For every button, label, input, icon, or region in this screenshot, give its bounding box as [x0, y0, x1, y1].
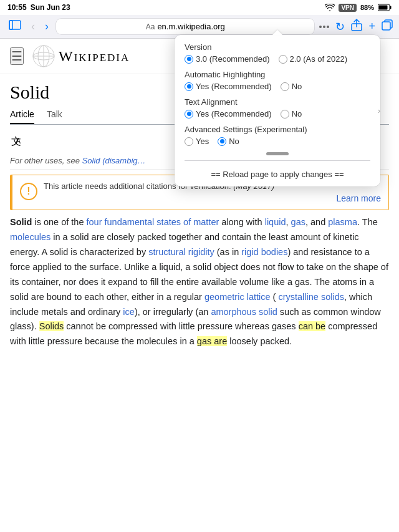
- auto-highlight-options: Yes (Recommended) No: [185, 82, 370, 91]
- link-structural-rigidity[interactable]: structural rigidity: [148, 247, 214, 257]
- highlight-yes-radio: [185, 82, 193, 91]
- disambig-link[interactable]: Solid (disambig…: [82, 156, 146, 165]
- link-ice[interactable]: ice: [123, 307, 135, 317]
- highlight-yes-option[interactable]: Yes (Recommended): [185, 82, 272, 91]
- version-options: 3.0 (Recommended) 2.0 (As of 2022): [185, 54, 370, 64]
- settings-auto-highlight: Automatic Highlighting Yes (Recommended)…: [185, 70, 370, 91]
- status-bar: 10:55 Sun Jun 23 VPN 88%: [0, 0, 399, 15]
- align-yes-radio: [185, 110, 193, 118]
- version-3-option[interactable]: 3.0 (Recommended): [185, 54, 270, 64]
- version-2-option[interactable]: 2.0 (As of 2022): [279, 54, 348, 64]
- svg-text:A: A: [16, 137, 21, 145]
- svg-rect-6: [382, 22, 390, 30]
- settings-reload-text: == Reload page to apply changes ==: [185, 166, 370, 180]
- align-no-option[interactable]: No: [281, 109, 302, 118]
- link-four-states[interactable]: four fundamental states of matter: [87, 217, 219, 227]
- back-btn[interactable]: ‹: [29, 19, 37, 34]
- auto-highlight-label: Automatic Highlighting: [185, 70, 370, 79]
- article-body: Solid is one of the four fundamental sta…: [10, 215, 389, 362]
- highlight-no-option[interactable]: No: [281, 82, 302, 91]
- advanced-label: Advanced Settings (Experimental): [185, 125, 370, 134]
- version-label: Version: [185, 42, 370, 52]
- tabs-btn[interactable]: [382, 19, 393, 34]
- time: 10:55: [7, 3, 27, 12]
- forward-btn[interactable]: ›: [42, 19, 51, 34]
- settings-advanced: Advanced Settings (Experimental) Yes No: [185, 125, 370, 146]
- window-btn[interactable]: [6, 19, 24, 34]
- link-geometric-lattice[interactable]: geometric lattice: [204, 292, 271, 302]
- browser-actions: ↻ +: [319, 19, 393, 34]
- advanced-yes-radio: [185, 137, 193, 146]
- reader-icon: Aa: [146, 22, 155, 31]
- add-tab-btn[interactable]: +: [368, 20, 375, 33]
- article-paragraph: Solid is one of the four fundamental sta…: [10, 215, 389, 349]
- right-arrow-icon: ›: [378, 107, 380, 115]
- link-rigid-bodies[interactable]: rigid bodies: [241, 247, 287, 257]
- language-icon: 文 A: [10, 135, 22, 147]
- version-2-radio: [279, 55, 287, 64]
- share-btn[interactable]: [351, 19, 362, 34]
- browser-nav: ‹ › Aa en.m.wikipedia.org ↻ +: [6, 19, 393, 34]
- svg-rect-1: [390, 6, 392, 9]
- wikipedia-globe-icon: [32, 45, 55, 67]
- scroll-indicator: [266, 152, 289, 155]
- tab-article[interactable]: Article: [10, 105, 34, 124]
- link-molecules[interactable]: molecules: [10, 232, 50, 242]
- highlight-no-radio: [281, 82, 289, 91]
- address-text: en.m.wikipedia.org: [157, 22, 224, 31]
- reload-btn[interactable]: ↻: [335, 20, 345, 34]
- advanced-no-option[interactable]: No: [218, 137, 239, 146]
- wikipedia-title: Wikipedia: [59, 48, 130, 65]
- text-align-label: Text Alignment: [185, 97, 370, 107]
- advanced-no-radio: [218, 137, 226, 146]
- highlight-can-be: can be: [299, 321, 326, 331]
- date: Sun Jun 23: [31, 3, 70, 12]
- wifi-icon: [325, 4, 335, 11]
- battery: 88%: [360, 4, 374, 11]
- learn-more-link[interactable]: Learn more: [44, 191, 381, 203]
- dots-btn[interactable]: [319, 26, 329, 28]
- highlight-solids: Solids: [39, 321, 64, 331]
- version-3-radio: [185, 55, 193, 64]
- align-yes-option[interactable]: Yes (Recommended): [185, 109, 272, 118]
- link-amorphous-solid[interactable]: amorphous solid: [211, 307, 277, 317]
- settings-version: Version 3.0 (Recommended) 2.0 (As of 202…: [185, 42, 370, 64]
- align-no-radio: [281, 110, 289, 118]
- vpn-badge: VPN: [339, 4, 357, 12]
- tab-talk[interactable]: Talk: [47, 105, 62, 124]
- text-align-options: Yes (Recommended) No: [185, 109, 370, 118]
- wiki-logo: Wikipedia: [32, 45, 130, 67]
- link-gas[interactable]: gas: [291, 217, 305, 227]
- highlight-gas-are: gas are: [197, 336, 227, 346]
- link-plasma[interactable]: plasma: [328, 217, 357, 227]
- settings-text-align: Text Alignment Yes (Recommended) No: [185, 97, 370, 118]
- link-crystalline-solids[interactable]: crystalline solids: [278, 292, 344, 302]
- settings-popup: Version 3.0 (Recommended) 2.0 (As of 202…: [175, 35, 380, 186]
- warning-icon: !: [20, 183, 37, 200]
- advanced-yes-option[interactable]: Yes: [185, 137, 209, 146]
- battery-icon: [378, 4, 392, 11]
- hamburger-menu[interactable]: ☰: [10, 47, 24, 65]
- svg-rect-3: [9, 21, 21, 29]
- settings-divider: [185, 160, 370, 161]
- svg-rect-2: [379, 6, 388, 10]
- article-bold-solid: Solid: [10, 217, 32, 227]
- advanced-options: Yes No: [185, 137, 370, 146]
- link-liquid[interactable]: liquid: [265, 217, 286, 227]
- svg-rect-4: [9, 21, 12, 29]
